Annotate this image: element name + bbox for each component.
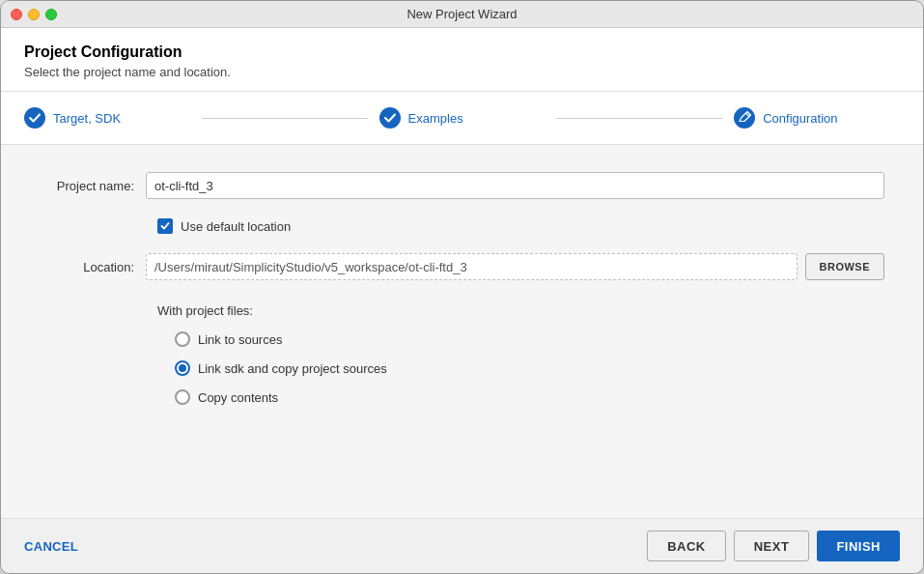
close-button[interactable] (11, 9, 22, 20)
back-button[interactable]: BACK (647, 531, 726, 561)
location-input[interactable] (146, 253, 798, 280)
footer-right: BACK NEXT FINISH (647, 531, 900, 561)
browse-button[interactable]: BROWSE (805, 253, 885, 280)
cancel-button[interactable]: CANCEL (24, 539, 78, 554)
radio-options-group: Link to sources Link sdk and copy projec… (175, 331, 884, 405)
wizard-steps: Target, SDK Examples Configuration (1, 92, 923, 145)
project-name-row: Project name: (40, 172, 884, 199)
project-name-label: Project name: (40, 179, 146, 193)
page-title: Project Configuration (24, 43, 900, 61)
radio-link-sdk-copy[interactable]: Link sdk and copy project sources (175, 360, 884, 376)
footer: CANCEL BACK NEXT FINISH (1, 518, 923, 573)
project-files-label: With project files: (157, 303, 884, 318)
title-bar: New Project Wizard (1, 1, 923, 28)
step-check-icon-1 (24, 107, 45, 129)
step-label-2: Examples (408, 111, 463, 126)
step-divider-2 (556, 118, 722, 119)
default-location-row[interactable]: Use default location (157, 218, 884, 234)
step-divider-1 (202, 118, 368, 119)
window-title: New Project Wizard (406, 7, 517, 21)
radio-copy-contents-indicator[interactable] (175, 389, 190, 405)
radio-link-sources-indicator[interactable] (175, 331, 190, 347)
location-label: Location: (40, 260, 146, 274)
default-location-checkbox[interactable] (157, 218, 173, 234)
finish-button[interactable]: FINISH (817, 531, 900, 561)
step-label-3: Configuration (763, 111, 837, 126)
traffic-lights (11, 9, 57, 20)
project-name-input[interactable] (146, 172, 884, 199)
minimize-button[interactable] (28, 9, 40, 20)
footer-left: CANCEL (24, 539, 78, 554)
radio-link-sdk-copy-inner (179, 364, 186, 372)
radio-link-sources[interactable]: Link to sources (175, 331, 884, 347)
location-input-wrapper: BROWSE (146, 253, 884, 280)
app-window: New Project Wizard Project Configuration… (0, 0, 924, 574)
next-button[interactable]: NEXT (734, 531, 810, 561)
radio-link-sdk-copy-indicator[interactable] (175, 360, 190, 376)
main-content: Project name: Use default location Locat… (1, 145, 923, 518)
maximize-button[interactable] (45, 9, 57, 20)
location-row: Location: BROWSE (40, 253, 884, 280)
step-check-icon-2 (379, 107, 401, 129)
page-subtitle: Select the project name and location. (24, 65, 900, 79)
step-label-1: Target, SDK (53, 111, 121, 126)
radio-copy-contents-label: Copy contents (198, 390, 278, 405)
step-configuration[interactable]: Configuration (734, 107, 900, 129)
default-location-label: Use default location (181, 219, 291, 234)
radio-copy-contents[interactable]: Copy contents (175, 389, 884, 405)
step-edit-icon-3 (734, 107, 755, 129)
radio-link-sdk-copy-label: Link sdk and copy project sources (198, 361, 387, 376)
step-target-sdk[interactable]: Target, SDK (24, 107, 190, 129)
header-section: Project Configuration Select the project… (1, 28, 923, 92)
step-examples[interactable]: Examples (379, 107, 546, 129)
radio-link-sources-label: Link to sources (198, 332, 282, 347)
